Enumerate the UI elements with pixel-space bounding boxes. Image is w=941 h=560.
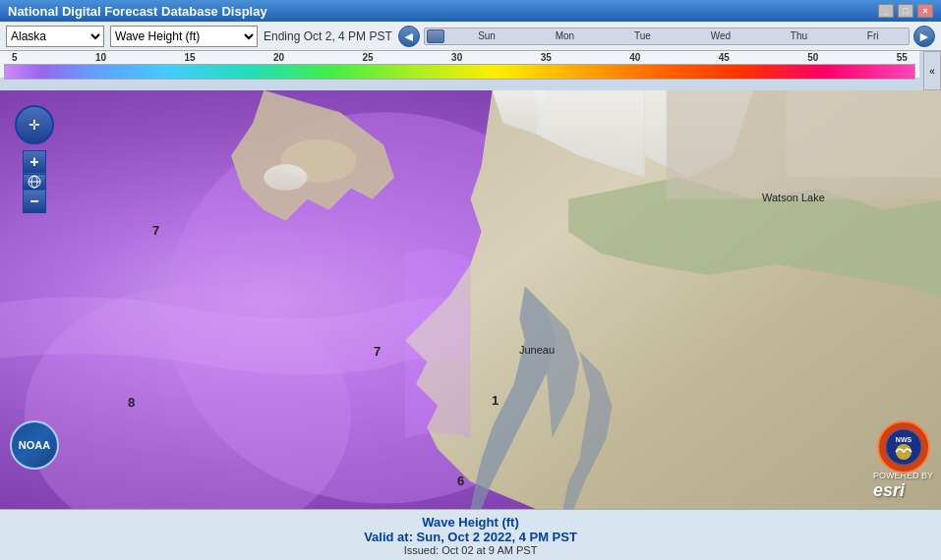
maximize-button[interactable]: □ xyxy=(898,4,913,18)
status-bar: Wave Height (ft) Valid at: Sun, Oct 2 20… xyxy=(0,509,941,560)
timeline-section: ◄ Sun Mon Tue Wed Thu Fri ► xyxy=(398,26,935,47)
noaa-circle: NOAA xyxy=(10,420,59,470)
datetime-label: Ending Oct 2, 4 PM PST xyxy=(264,29,392,43)
day-tue: Tue xyxy=(634,30,651,41)
zoom-in-button[interactable]: + xyxy=(23,150,46,174)
tick-25: 25 xyxy=(363,52,374,63)
svg-text:NWS: NWS xyxy=(896,436,912,443)
close-button[interactable]: × xyxy=(917,4,933,18)
zoom-out-button[interactable]: − xyxy=(23,190,46,213)
variable-select[interactable]: Wave Height (ft) Wave Period (s) Wind Sp… xyxy=(110,26,258,47)
tick-30: 30 xyxy=(451,52,462,63)
app-title: National Digital Forecast Database Displ… xyxy=(8,4,267,19)
map-navigation: ✛ + − xyxy=(15,105,54,213)
globe-icon xyxy=(23,174,46,190)
weather-service-logo: NWS xyxy=(877,420,931,475)
wave-value-7a: 7 xyxy=(152,223,159,238)
day-wed: Wed xyxy=(711,30,731,41)
timeline-next-button[interactable]: ► xyxy=(913,26,935,47)
tick-50: 50 xyxy=(807,52,818,63)
wave-value-1a: 1 xyxy=(492,393,499,408)
legend-wrapper: 5 10 15 20 25 30 35 40 45 50 55 xyxy=(0,51,919,90)
minimize-button[interactable]: _ xyxy=(878,4,894,18)
tick-35: 35 xyxy=(541,52,552,63)
map-container[interactable]: ✛ + − 7 8 8 7 6 1 1 Watson Lake xyxy=(0,90,941,509)
svg-point-12 xyxy=(264,164,307,191)
legend-ticks: 5 10 15 20 25 30 35 40 45 50 55 xyxy=(12,52,908,63)
tick-10: 10 xyxy=(95,52,106,63)
tick-55: 55 xyxy=(897,52,908,63)
esri-attribution: POWERED BY esri xyxy=(873,471,933,501)
compass-icon: ✛ xyxy=(29,117,40,133)
noaa-logo: NOAA xyxy=(10,420,59,470)
juneau-label: Juneau xyxy=(519,344,555,356)
wave-value-7b: 7 xyxy=(374,344,381,359)
status-variable: Wave Height (ft) xyxy=(422,515,518,530)
esri-logo: esri xyxy=(873,480,905,500)
day-sun: Sun xyxy=(478,30,496,41)
legend-row: 5 10 15 20 25 30 35 40 45 50 55 « xyxy=(0,51,941,90)
day-mon: Mon xyxy=(556,30,574,41)
timeline-labels: Sun Mon Tue Wed Thu Fri xyxy=(448,28,909,44)
region-select[interactable]: Alaska Conus Hawaii Guam Puerto Rico xyxy=(6,26,104,47)
tick-40: 40 xyxy=(629,52,640,63)
status-issued-time: Issued: Oct 02 at 9 AM PST xyxy=(404,544,538,556)
status-valid-time: Valid at: Sun, Oct 2 2022, 4 PM PST xyxy=(364,530,577,544)
timeline-thumb[interactable] xyxy=(427,29,444,43)
svg-rect-15 xyxy=(786,90,941,178)
timeline-track[interactable]: Sun Mon Tue Wed Thu Fri xyxy=(424,28,910,45)
tick-45: 45 xyxy=(719,52,730,63)
watson-lake-label: Watson Lake xyxy=(762,192,825,203)
window-controls: _ □ × xyxy=(878,4,933,18)
tick-5: 5 xyxy=(12,52,18,63)
color-gradient xyxy=(4,64,915,80)
wave-value-6: 6 xyxy=(457,474,464,488)
controls-row: Alaska Conus Hawaii Guam Puerto Rico Wav… xyxy=(0,22,941,51)
legend-bar: 5 10 15 20 25 30 35 40 45 50 55 xyxy=(0,51,919,79)
day-fri: Fri xyxy=(867,30,879,41)
zoom-controls: + − xyxy=(23,150,46,213)
tick-20: 20 xyxy=(273,52,284,63)
wave-value-8a: 8 xyxy=(128,395,135,410)
tick-15: 15 xyxy=(185,52,196,63)
day-thu: Thu xyxy=(791,30,807,41)
pan-compass[interactable]: ✛ xyxy=(15,105,54,144)
collapse-panel-button[interactable]: « xyxy=(923,51,941,90)
title-bar: National Digital Forecast Database Displ… xyxy=(0,0,941,22)
timeline-prev-button[interactable]: ◄ xyxy=(398,26,420,47)
